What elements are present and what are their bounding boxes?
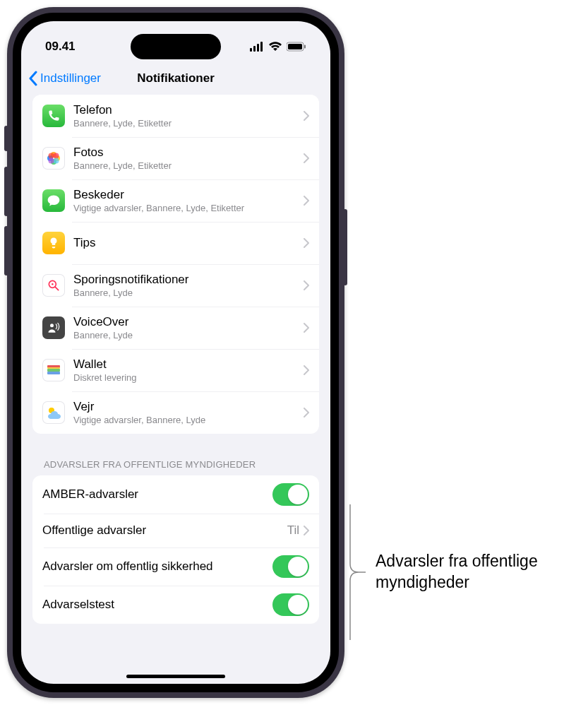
svg-rect-22 [47, 365, 60, 367]
app-subtitle: Bannere, Lyde [73, 288, 304, 299]
chevron-right-icon [304, 111, 309, 121]
row-text: VejrVigtige advarsler, Bannere, Lyde [73, 400, 304, 426]
app-row-tips[interactable]: Tips [32, 222, 319, 264]
chevron-right-icon [304, 280, 309, 290]
app-title: Telefon [73, 103, 304, 117]
chevron-right-icon [304, 153, 309, 163]
wallet-icon [42, 359, 65, 381]
row-label: Advarselstest [42, 598, 272, 612]
row-text: SporingsnotifikationerBannere, Lyde [73, 273, 304, 299]
svg-rect-20 [47, 369, 60, 372]
toggle-switch[interactable] [272, 593, 309, 616]
row-text: Tips [73, 236, 304, 250]
annotation-text: Advarsler fra offentlige myndigheder [376, 551, 588, 593]
app-row-voiceover[interactable]: VoiceOverBannere, Lyde [32, 307, 319, 349]
chevron-left-icon [28, 71, 37, 86]
app-subtitle: Bannere, Lyde [73, 330, 304, 341]
svg-rect-6 [304, 45, 306, 49]
svg-point-12 [54, 153, 59, 159]
app-title: Beskeder [73, 188, 304, 202]
volume-down [4, 226, 8, 276]
mute-switch [4, 126, 8, 151]
app-title: Vejr [73, 400, 304, 414]
app-title: Wallet [73, 357, 304, 372]
app-row-beskeder[interactable]: BeskederVigtige advarsler, Bannere, Lyde… [32, 179, 319, 222]
power-button [343, 209, 347, 285]
row-text: Advarsler om offentlig sikkerhed [42, 559, 272, 574]
chevron-right-icon [304, 408, 309, 417]
row-label: AMBER-advarsler [42, 487, 272, 502]
messages-icon [42, 189, 65, 212]
row-text: TelefonBannere, Lyde, Etiketter [73, 103, 304, 129]
app-row-fotos[interactable]: FotosBannere, Lyde, Etiketter [32, 137, 319, 179]
app-row-sporingsnotifikationer[interactable]: SporingsnotifikationerBannere, Lyde [32, 264, 319, 307]
back-button[interactable]: Indstillinger [28, 71, 101, 86]
svg-rect-1 [253, 46, 256, 52]
photos-icon [42, 147, 65, 170]
svg-point-18 [50, 324, 54, 327]
bracket-icon [349, 504, 366, 640]
back-label: Indstillinger [40, 71, 101, 85]
toggle-switch[interactable] [272, 555, 309, 578]
app-subtitle: Bannere, Lyde, Etiketter [73, 160, 304, 172]
svg-rect-0 [250, 48, 252, 52]
weather-icon [42, 401, 65, 424]
row-text: FotosBannere, Lyde, Etiketter [73, 146, 304, 172]
svg-rect-2 [257, 44, 259, 52]
svg-line-16 [55, 287, 59, 290]
screen: 09.41 Indstillinger [21, 21, 330, 684]
tips-icon [42, 232, 65, 254]
row-text: Offentlige advarsler [42, 523, 287, 538]
gov-row-0[interactable]: AMBER-advarsler [32, 475, 319, 514]
row-text: AMBER-advarsler [42, 487, 272, 502]
chevron-right-icon [304, 323, 309, 333]
home-indicator[interactable] [126, 675, 225, 678]
row-label: Advarsler om offentlig sikkerhed [42, 559, 272, 574]
wifi-icon [268, 42, 282, 52]
app-subtitle: Vigtige advarsler, Bannere, Lyde, Etiket… [73, 203, 304, 214]
row-text: VoiceOverBannere, Lyde [73, 315, 304, 341]
phone-icon [42, 105, 65, 127]
tracking-icon [42, 274, 65, 297]
chevron-right-icon [304, 526, 309, 535]
chevron-right-icon [304, 365, 309, 375]
content-scroll[interactable]: TelefonBannere, Lyde, EtiketterFotosBann… [21, 95, 330, 684]
app-title: Fotos [73, 146, 304, 160]
svg-rect-21 [47, 372, 60, 374]
gov-row-3[interactable]: Advarselstest [32, 586, 319, 624]
row-label: Offentlige advarsler [42, 523, 287, 538]
svg-rect-5 [288, 44, 302, 49]
svg-point-13 [54, 158, 59, 164]
dynamic-island [131, 34, 221, 59]
app-row-wallet[interactable]: WalletDiskret levering [32, 349, 319, 391]
row-text: BeskederVigtige advarsler, Bannere, Lyde… [73, 188, 304, 214]
chevron-right-icon [304, 238, 309, 248]
app-subtitle: Vigtige advarsler, Bannere, Lyde [73, 415, 304, 426]
volume-up [4, 167, 8, 216]
nav-bar: Indstillinger Notifikationer [21, 62, 330, 95]
toggle-switch[interactable] [272, 483, 309, 506]
row-text: Advarselstest [42, 598, 272, 612]
iphone-frame: 09.41 Indstillinger [7, 7, 344, 698]
app-row-vejr[interactable]: VejrVigtige advarsler, Bannere, Lyde [32, 391, 319, 434]
app-row-telefon[interactable]: TelefonBannere, Lyde, Etiketter [32, 95, 319, 137]
battery-icon [287, 42, 306, 52]
gov-row-1[interactable]: Offentlige advarslerTil [32, 514, 319, 547]
chevron-right-icon [304, 196, 309, 206]
app-title: Tips [73, 236, 304, 250]
app-title: Sporingsnotifikationer [73, 273, 304, 287]
voiceover-icon [42, 316, 65, 339]
gov-alerts-group: AMBER-advarslerOffentlige advarslerTilAd… [32, 475, 319, 624]
row-text: WalletDiskret levering [73, 357, 304, 384]
row-value: Til [287, 523, 299, 538]
app-subtitle: Bannere, Lyde, Etiketter [73, 118, 304, 129]
svg-point-11 [49, 153, 54, 159]
svg-point-14 [49, 158, 54, 164]
app-title: VoiceOver [73, 315, 304, 329]
gov-row-2[interactable]: Advarsler om offentlig sikkerhed [32, 547, 319, 586]
annotation-callout: Advarsler fra offentlige myndigheder [349, 504, 588, 640]
cellular-icon [250, 42, 264, 52]
status-time: 09.41 [45, 40, 76, 54]
svg-rect-3 [260, 42, 263, 52]
section-header-gov: ADVARSLER FRA OFFENTLIGE MYNDIGHEDER [32, 452, 319, 475]
